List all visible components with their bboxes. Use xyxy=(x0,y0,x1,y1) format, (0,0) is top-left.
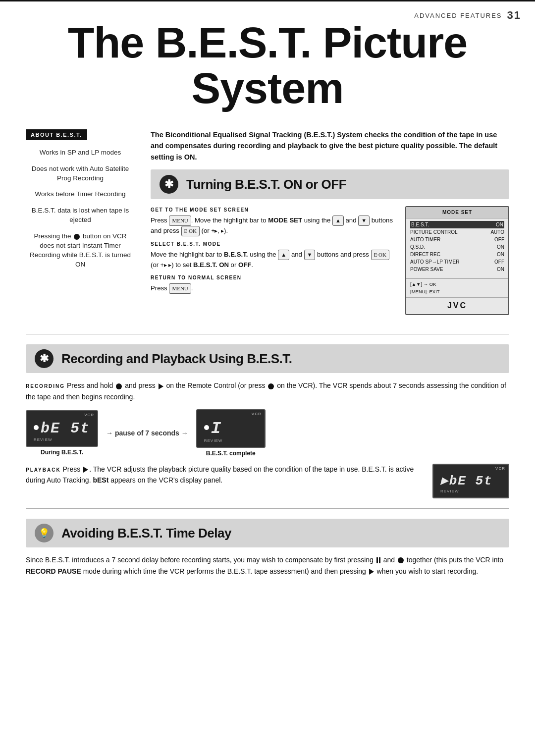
recording-text-block: RECORDING Press and hold and press on th… xyxy=(26,380,509,402)
step2-text: Move the highlight bar to B.E.S.T. using… xyxy=(151,250,393,270)
mode-value-picture: AUTO xyxy=(490,228,504,236)
up-button2: ▲ xyxy=(278,250,289,260)
about-notes: Works in SP and LP modes Does not work w… xyxy=(26,148,135,270)
step1-text: Press MENU. Move the highlight bar to MO… xyxy=(151,216,393,236)
mode-label-qsd: Q.S.D. xyxy=(410,243,425,251)
vcr-dot-2 xyxy=(204,425,209,430)
mode-screen: MODE SET B.E.S.T. ON PICTURE CONTROL AUT… xyxy=(405,206,509,315)
about-section: ABOUT B.E.S.T. Works in SP and LP modes … xyxy=(26,129,509,324)
pause-icon xyxy=(376,557,380,563)
playback-label: PLAYBACK xyxy=(26,467,61,473)
play-icon-2 xyxy=(83,467,88,473)
step3-label: RETURN TO NORMAL SCREEN xyxy=(151,274,393,282)
turning-section-title: Turning B.E.S.T. ON or OFF xyxy=(186,174,346,194)
asterisk-icon: ✱ xyxy=(160,175,178,194)
play-icon xyxy=(159,383,163,389)
vcr-display-1: VCR bE 5t REVIEW xyxy=(26,410,98,447)
avoiding-text: Since B.E.S.T. introduces a 7 second del… xyxy=(26,554,509,577)
footer-exit: [MENU]: EXIT xyxy=(410,288,504,296)
avoiding-section-header: 💡 Avoiding B.E.S.T. Time Delay xyxy=(26,519,509,547)
mode-row-best: B.E.S.T. ON xyxy=(410,221,504,228)
down-button2: ▼ xyxy=(304,250,316,260)
turning-section-header: ✱ Turning B.E.S.T. ON or OFF xyxy=(151,169,509,199)
mode-value-direct: ON xyxy=(497,251,504,258)
vcr-bottom-pb: REVIEW xyxy=(440,489,459,493)
circle-dot-icon-2 xyxy=(268,383,274,389)
turning-steps: GET TO THE MODE SET SCREEN Press MENU. M… xyxy=(151,206,393,315)
main-title: The B.E.S.T. Picture System xyxy=(30,20,505,111)
mode-value-qsd: ON xyxy=(497,243,504,251)
page-header: ADVANCED FEATURES 31 xyxy=(414,9,521,22)
asterisk-icon-2: ✱ xyxy=(35,349,54,368)
step1-label: GET TO THE MODE SET SCREEN xyxy=(151,206,393,214)
menu-button2: MENU xyxy=(169,283,191,294)
mode-row-autolp: AUTO SP→LP TIMER OFF xyxy=(410,258,504,266)
vcr-display-2: VCR I REVIEW xyxy=(196,409,266,448)
note-4: B.E.S.T. data is lost when tape is eject… xyxy=(26,206,135,225)
mode-value-power: ON xyxy=(497,266,504,273)
section-label: ADVANCED FEATURES xyxy=(414,12,502,19)
eok-button2: E·OK xyxy=(371,250,389,260)
main-content: ABOUT B.E.S.T. Works in SP and LP modes … xyxy=(0,129,535,577)
mode-label-best: B.E.S.T. xyxy=(411,221,429,228)
note-2: Does not work with Auto Satellite Prog R… xyxy=(26,164,135,183)
pause-arrow: → pause of 7 seconds → xyxy=(106,429,188,437)
eok-button: E·OK xyxy=(181,226,200,236)
caption-2: B.E.S.T. complete xyxy=(206,450,256,457)
mode-row-direct: DIRECT REC ON xyxy=(410,251,504,258)
alt-button: +▸, ▸ xyxy=(211,227,224,234)
avoiding-section-title: Avoiding B.E.S.T. Time Delay xyxy=(61,526,231,541)
vcr-label-top-1: VCR xyxy=(84,413,94,417)
recording-playback-section: ✱ Recording and Playback Using B.E.S.T. … xyxy=(26,344,509,498)
mode-row-picture: PICTURE CONTROL AUTO xyxy=(410,228,504,236)
mode-label-picture: PICTURE CONTROL xyxy=(410,228,458,236)
recording-section-title: Recording and Playback Using B.E.S.T. xyxy=(61,351,292,367)
circle-dot-icon xyxy=(116,383,122,389)
mode-screen-content: B.E.S.T. ON PICTURE CONTROL AUTO AUTO TI… xyxy=(406,218,508,278)
note-1: Works in SP and LP modes xyxy=(26,148,135,158)
vcr-text-1: bE 5t xyxy=(41,421,90,436)
turning-content: GET TO THE MODE SET SCREEN Press MENU. M… xyxy=(151,206,509,315)
mode-value-autolp: OFF xyxy=(494,258,504,266)
mode-value-timer: OFF xyxy=(494,236,504,243)
mode-value-best: ON xyxy=(496,221,503,228)
vcr-displays: VCR bE 5t REVIEW During B.E.S.T. → pause… xyxy=(26,409,509,457)
vcr-bottom-1: REVIEW xyxy=(34,437,53,442)
up-button: ▲ xyxy=(332,216,344,226)
pause-bar-1 xyxy=(376,557,378,563)
menu-button: MENU xyxy=(169,216,191,226)
recording-label: RECORDING xyxy=(26,383,65,389)
about-text: The Biconditional Equalised Signal Track… xyxy=(151,129,509,162)
vcr-display-playback: VCR ▶bE 5t REVIEW xyxy=(432,464,509,498)
mode-label-timer: AUTO TIMER xyxy=(410,236,440,243)
about-badge: ABOUT B.E.S.T. xyxy=(26,129,87,140)
vcr-text-2: I xyxy=(211,420,222,437)
vcr-label-top-2: VCR xyxy=(252,412,262,416)
mode-label-direct: DIRECT REC xyxy=(410,251,440,258)
vcr-dot-1 xyxy=(34,425,39,430)
divider-2 xyxy=(26,508,509,509)
display2-col: VCR I REVIEW B.E.S.T. complete xyxy=(196,409,266,457)
top-divider xyxy=(0,0,535,1)
display1-col: VCR bE 5t REVIEW During B.E.S.T. xyxy=(26,410,98,456)
mode-row-power: POWER SAVE ON xyxy=(410,266,504,273)
mode-screen-title: MODE SET xyxy=(406,207,508,218)
jvc-logo: JVC xyxy=(406,297,508,314)
caption-1: During B.E.S.T. xyxy=(41,449,83,456)
playback-section: PLAYBACK Press . The VCR adjusts the pla… xyxy=(26,464,509,498)
step2-label: SELECT B.E.S.T. MODE xyxy=(151,240,393,248)
down-button: ▼ xyxy=(358,216,370,226)
playback-display: VCR ▶bE 5t REVIEW xyxy=(432,464,509,498)
note-5: Pressing the button on VCR does not star… xyxy=(26,232,135,270)
page-number: 31 xyxy=(507,9,521,22)
footer-nav: [▲▼] → OK xyxy=(410,281,504,288)
mode-screen-footer: [▲▼] → OK [MENU]: EXIT xyxy=(406,278,508,297)
avoiding-section: 💡 Avoiding B.E.S.T. Time Delay Since B.E… xyxy=(26,519,509,577)
mode-row-timer: AUTO TIMER OFF xyxy=(410,236,504,243)
mode-label-power: POWER SAVE xyxy=(410,266,443,273)
vcr-text-pb: ▶bE 5t xyxy=(440,475,493,487)
play-icon-avoiding xyxy=(369,569,374,575)
mode-row-qsd: Q.S.D. ON xyxy=(410,243,504,251)
recording-section-header: ✱ Recording and Playback Using B.E.S.T. xyxy=(26,344,509,373)
mode-label-autolp: AUTO SP→LP TIMER xyxy=(410,258,459,266)
